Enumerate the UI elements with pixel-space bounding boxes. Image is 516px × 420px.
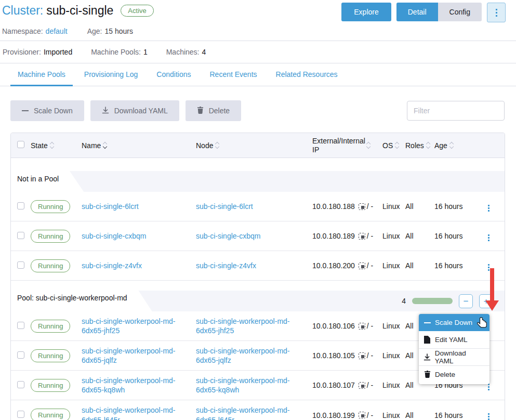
machine-name-link[interactable]: sub-ci-single-cxbqm	[82, 232, 146, 240]
machine-name-link[interactable]: sub-ci-single-workerpool-md-6dx65-jqlfz	[82, 347, 176, 364]
explore-button[interactable]: Explore	[341, 3, 391, 21]
copy-icon[interactable]	[359, 203, 365, 210]
filter-input[interactable]	[407, 101, 505, 121]
external-ip: 10.0.180.107	[312, 381, 355, 389]
column-header-age[interactable]: Age	[434, 141, 486, 150]
sort-icon[interactable]	[450, 142, 453, 148]
row-actions-kebab-icon[interactable]	[486, 411, 492, 420]
row-checkbox[interactable]	[17, 411, 24, 418]
sort-icon[interactable]	[50, 142, 54, 148]
scale-count: 4	[402, 297, 406, 305]
delete-bulk-button[interactable]: Delete	[186, 100, 241, 121]
tab-machine-pools[interactable]: Machine Pools	[10, 63, 73, 86]
scale-up-button[interactable]: +	[479, 294, 493, 308]
state-badge: Running	[31, 259, 70, 272]
os-value: Linux	[382, 351, 405, 360]
os-value: Linux	[382, 381, 405, 389]
node-link[interactable]: sub-ci-single-workerpool-md-6dx65-jqlfz	[196, 347, 290, 364]
copy-icon[interactable]	[359, 233, 365, 240]
column-header-name[interactable]: Name	[82, 141, 196, 150]
tab-related-resources[interactable]: Related Resources	[269, 63, 345, 86]
age-label: Age:	[87, 27, 102, 35]
node-link[interactable]: sub-ci-single-6lcrt	[196, 202, 253, 211]
provisioner-value: Imported	[44, 48, 72, 56]
menu-item-download-yaml[interactable]: Download YAML	[419, 348, 489, 365]
namespace-link[interactable]: default	[46, 27, 68, 35]
sort-icon[interactable]	[216, 142, 219, 148]
column-header-node[interactable]: Node	[196, 141, 312, 150]
row-actions-kebab-icon[interactable]	[486, 232, 492, 243]
machine-name-link[interactable]: sub-ci-single-workerpool-md-6dx65-l645r	[82, 406, 176, 420]
cluster-summary: Provisioner:Imported Machine Pools:1 Mac…	[0, 41, 516, 63]
os-value: Linux	[382, 322, 405, 330]
sort-icon[interactable]	[427, 142, 430, 148]
group-header-not-in-pool: Not in a Pool	[11, 166, 505, 192]
cluster-actions-kebab-icon[interactable]	[487, 3, 506, 22]
download-icon	[102, 107, 109, 115]
copy-icon[interactable]	[359, 352, 365, 359]
row-checkbox[interactable]	[17, 232, 24, 239]
sort-icon[interactable]	[367, 142, 370, 148]
age-field: Age:15 hours	[87, 27, 133, 35]
trash-icon	[423, 371, 431, 378]
cursor-pointer-icon	[476, 317, 488, 331]
detail-tabs: Machine Pools Provisioning Log Condition…	[0, 63, 516, 86]
table-row[interactable]: Running sub-ci-single-workerpool-md-6dx6…	[11, 400, 505, 420]
machines-value: 4	[202, 48, 206, 56]
row-checkbox[interactable]	[17, 322, 24, 329]
copy-icon[interactable]	[359, 323, 365, 330]
machines-field: Machines:4	[166, 48, 206, 56]
machine-name-link[interactable]: sub-ci-single-6lcrt	[82, 202, 139, 211]
machine-pools-field: Machine Pools:1	[91, 48, 148, 56]
internal-ip: / -	[367, 261, 373, 270]
machine-pools-label: Machine Pools:	[91, 48, 141, 56]
row-actions-kebab-icon[interactable]	[486, 203, 492, 214]
node-link[interactable]: sub-ci-single-workerpool-md-6dx65-l645r	[196, 406, 290, 420]
node-link[interactable]: sub-ci-single-workerpool-md-6dx65-jhf25	[196, 317, 290, 335]
status-badge: Active	[121, 5, 153, 17]
sort-icon[interactable]	[103, 142, 107, 148]
sort-icon[interactable]	[395, 142, 399, 148]
scale-down-label: Scale Down	[34, 107, 73, 115]
column-header-ip[interactable]: External/Internal IP	[312, 137, 382, 153]
machine-name-link[interactable]: sub-ci-single-workerpool-md-6dx65-jhf25	[82, 317, 176, 335]
table-row[interactable]: Running sub-ci-single-z4vfx sub-ci-singl…	[11, 251, 505, 281]
node-link[interactable]: sub-ci-single-z4vfx	[196, 261, 256, 270]
tab-provisioning-log[interactable]: Provisioning Log	[77, 63, 145, 86]
column-header-os[interactable]: OS	[382, 141, 405, 150]
roles-value: All	[405, 411, 434, 419]
detail-button[interactable]: Detail	[396, 3, 438, 21]
copy-icon[interactable]	[359, 262, 365, 269]
menu-item-edit-yaml[interactable]: Edit YAML	[419, 331, 489, 348]
row-checkbox[interactable]	[17, 381, 24, 388]
machine-name-link[interactable]: sub-ci-single-z4vfx	[82, 261, 142, 270]
node-link[interactable]: sub-ci-single-cxbqm	[196, 232, 260, 240]
tab-conditions[interactable]: Conditions	[149, 63, 198, 86]
row-checkbox[interactable]	[17, 202, 24, 209]
age-value: 15 hours	[104, 27, 133, 35]
tab-recent-events[interactable]: Recent Events	[203, 63, 264, 86]
node-link[interactable]: sub-ci-single-workerpool-md-6dx65-kq8wh	[196, 376, 290, 394]
age-value: 16 hours	[434, 202, 486, 211]
row-checkbox[interactable]	[17, 261, 24, 269]
config-button[interactable]: Config	[438, 3, 482, 21]
copy-icon[interactable]	[359, 412, 365, 418]
column-header-state[interactable]: State	[31, 141, 82, 150]
download-yaml-bulk-button[interactable]: Download YAML	[90, 100, 179, 121]
row-checkbox[interactable]	[17, 351, 24, 359]
table-row[interactable]: Running sub-ci-single-cxbqm sub-ci-singl…	[11, 221, 505, 251]
scale-down-button[interactable]: −	[459, 294, 473, 308]
machine-name-link[interactable]: sub-ci-single-workerpool-md-6dx65-kq8wh	[82, 376, 176, 394]
machine-pools-value: 1	[143, 48, 148, 56]
table-header-row: State Name Node External/Internal IP OS …	[11, 133, 505, 158]
table-row[interactable]: Running sub-ci-single-6lcrt sub-ci-singl…	[11, 192, 505, 221]
column-header-roles[interactable]: Roles	[405, 141, 434, 150]
menu-item-scale-down[interactable]: Scale Down	[419, 314, 489, 331]
copy-icon[interactable]	[359, 382, 365, 389]
select-all-checkbox[interactable]	[17, 141, 24, 148]
scale-down-bulk-button[interactable]: Scale Down	[10, 100, 84, 121]
row-actions-kebab-icon[interactable]	[486, 262, 492, 273]
menu-item-delete[interactable]: Delete	[419, 365, 489, 383]
internal-ip: / -	[367, 202, 373, 211]
state-badge: Running	[31, 379, 70, 392]
